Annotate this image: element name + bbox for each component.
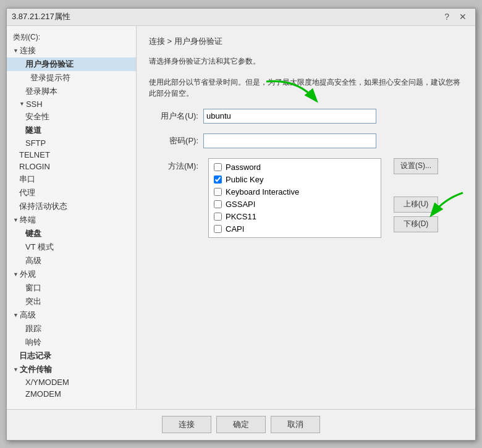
sidebar-item-advanced-terminal[interactable]: 高级 bbox=[7, 254, 136, 268]
method-password[interactable]: Password bbox=[214, 163, 376, 172]
sidebar-item-vt-mode[interactable]: VT 模式 bbox=[7, 240, 136, 254]
sidebar-item-proxy[interactable]: 代理 bbox=[7, 186, 136, 200]
main-panel: 连接 > 用户身份验证 请选择身份验证方法和其它参数。 使用此部分以节省登录时间… bbox=[137, 26, 475, 409]
sidebar-item-ssh[interactable]: ▼ SSH bbox=[7, 98, 136, 110]
cancel-button[interactable]: 取消 bbox=[271, 416, 320, 433]
method-publickey-checkbox[interactable] bbox=[214, 175, 222, 184]
password-label: 密码(P): bbox=[149, 135, 198, 146]
move-down-button[interactable]: 下移(D) bbox=[394, 216, 438, 232]
method-list: Password Public Key Keyboard Interactive… bbox=[208, 158, 381, 238]
method-gssapi-checkbox[interactable] bbox=[214, 200, 222, 208]
sidebar-item-terminal[interactable]: ▼ 终端 bbox=[7, 213, 136, 227]
sidebar-item-security[interactable]: 安全性 bbox=[7, 110, 136, 124]
dialog-title: 3.87.21.217属性 bbox=[12, 11, 70, 22]
method-buttons: 设置(S)... 上移(U) 下移(D) bbox=[394, 158, 438, 232]
sidebar-item-login-prompt[interactable]: 登录提示符 bbox=[7, 71, 136, 85]
dialog: 3.87.21.217属性 ? ✕ 类别(C): ▼ 连接 用户身份验证 登录提… bbox=[6, 8, 476, 441]
settings-button[interactable]: 设置(S)... bbox=[394, 158, 438, 174]
expand-icon-terminal: ▼ bbox=[13, 217, 19, 223]
description2: 使用此部分以节省登录时间。但是，为了最大限度地提高安全性，如果担心安全问题，建议… bbox=[149, 77, 463, 99]
method-capi[interactable]: CAPI bbox=[214, 224, 376, 234]
sidebar-item-appearance[interactable]: ▼ 外观 bbox=[7, 268, 136, 281]
content-area: 类别(C): ▼ 连接 用户身份验证 登录提示符 登录脚本 ▼ SSH 安全性 … bbox=[7, 26, 475, 409]
method-pkcs11[interactable]: PKCS11 bbox=[214, 212, 376, 221]
help-button[interactable]: ? bbox=[441, 11, 453, 23]
sidebar-item-tunnel[interactable]: 隧道 bbox=[7, 124, 136, 137]
method-password-checkbox[interactable] bbox=[214, 163, 222, 171]
sidebar-item-user-auth[interactable]: 用户身份验证 bbox=[7, 57, 136, 71]
connect-button[interactable]: 连接 bbox=[162, 416, 211, 433]
method-gssapi[interactable]: GSSAPI bbox=[214, 200, 376, 209]
username-input[interactable] bbox=[203, 109, 376, 124]
method-pkcs11-label: PKCS11 bbox=[226, 212, 256, 221]
sidebar-item-window[interactable]: 窗口 bbox=[7, 281, 136, 295]
sidebar-item-trace[interactable]: 跟踪 bbox=[7, 322, 136, 336]
expand-icon-appearance: ▼ bbox=[13, 271, 19, 277]
method-pkcs11-checkbox[interactable] bbox=[214, 213, 222, 221]
sidebar-item-bell[interactable]: 响铃 bbox=[7, 336, 136, 349]
method-keyboard-checkbox[interactable] bbox=[214, 188, 222, 196]
title-bar: 3.87.21.217属性 ? ✕ bbox=[7, 9, 475, 26]
expand-icon: ▼ bbox=[13, 48, 19, 54]
method-password-label: Password bbox=[226, 163, 261, 172]
bottom-bar: 连接 确定 取消 bbox=[7, 409, 475, 440]
move-up-button[interactable]: 上移(U) bbox=[394, 197, 438, 213]
sidebar-item-serial[interactable]: 串口 bbox=[7, 172, 136, 186]
method-label: 方法(M): bbox=[149, 158, 198, 172]
sidebar-item-zmodem[interactable]: ZMODEM bbox=[7, 388, 136, 400]
sidebar-item-login-script[interactable]: 登录脚本 bbox=[7, 85, 136, 98]
sidebar-item-keepalive[interactable]: 保持活动状态 bbox=[7, 200, 136, 213]
expand-icon-filetransfer: ▼ bbox=[13, 366, 19, 373]
sidebar-item-log[interactable]: 日志记录 bbox=[7, 349, 136, 363]
sidebar-item-sftp[interactable]: SFTP bbox=[7, 137, 136, 149]
sidebar-item-highlight[interactable]: 突出 bbox=[7, 295, 136, 308]
sidebar-item-file-transfer[interactable]: ▼ 文件传输 bbox=[7, 363, 136, 376]
username-label: 用户名(U): bbox=[149, 111, 198, 122]
method-capi-label: CAPI bbox=[226, 224, 244, 234]
sidebar-item-advanced-group[interactable]: ▼ 高级 bbox=[7, 308, 136, 322]
method-keyboard[interactable]: Keyboard Interactive bbox=[214, 187, 376, 197]
method-capi-checkbox[interactable] bbox=[214, 225, 222, 233]
sidebar-item-telnet[interactable]: TELNET bbox=[7, 149, 136, 161]
title-controls: ? ✕ bbox=[441, 11, 470, 23]
sidebar-item-rlogin[interactable]: RLOGIN bbox=[7, 161, 136, 172]
close-button[interactable]: ✕ bbox=[455, 11, 470, 23]
expand-icon-advanced: ▼ bbox=[13, 312, 19, 318]
category-label: 类别(C): bbox=[7, 31, 136, 44]
breadcrumb: 连接 > 用户身份验证 bbox=[149, 36, 463, 47]
username-row: 用户名(U): bbox=[149, 109, 463, 124]
method-gssapi-label: GSSAPI bbox=[226, 200, 255, 209]
method-publickey-label: Public Key bbox=[226, 175, 263, 184]
password-input[interactable] bbox=[203, 133, 376, 148]
sidebar-item-xymodem[interactable]: X/YMODEM bbox=[7, 376, 136, 388]
description1: 请选择身份验证方法和其它参数。 bbox=[149, 56, 463, 67]
ok-button[interactable]: 确定 bbox=[216, 416, 266, 433]
method-section: 方法(M): Password Public Key Keyboard Inte… bbox=[149, 158, 463, 238]
expand-icon-ssh: ▼ bbox=[19, 101, 25, 107]
password-row: 密码(P): bbox=[149, 133, 463, 148]
sidebar-item-keyboard[interactable]: 键盘 bbox=[7, 227, 136, 240]
sidebar-item-connection[interactable]: ▼ 连接 bbox=[7, 44, 136, 57]
method-keyboard-label: Keyboard Interactive bbox=[226, 187, 299, 197]
move-buttons-spacer: 上移(U) 下移(D) bbox=[394, 197, 438, 232]
method-publickey[interactable]: Public Key bbox=[214, 175, 376, 184]
sidebar: 类别(C): ▼ 连接 用户身份验证 登录提示符 登录脚本 ▼ SSH 安全性 … bbox=[7, 26, 137, 409]
